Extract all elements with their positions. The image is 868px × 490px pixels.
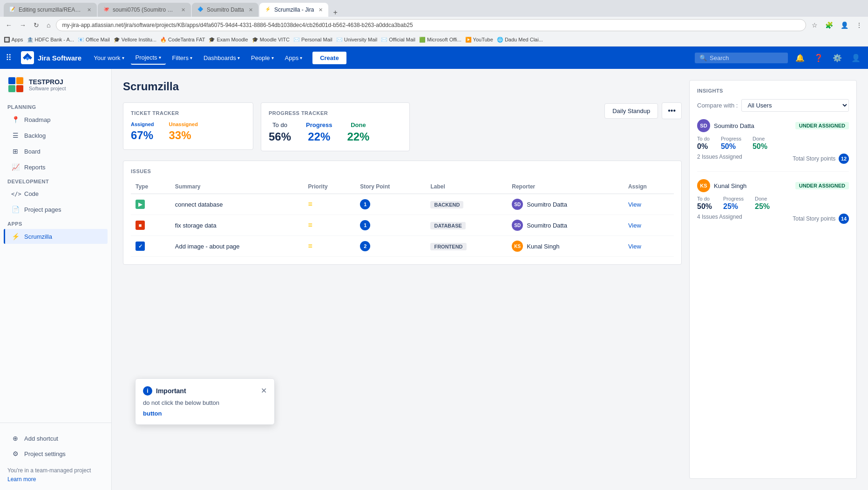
bookmark-personal-mail[interactable]: ✉️ Personal Mail	[293, 37, 332, 43]
row2-reporter: SD Soumitro Datta	[507, 215, 624, 236]
view-link-1[interactable]: View	[628, 201, 641, 208]
code-icon: </>	[11, 191, 20, 197]
bookmark-hdfc[interactable]: 🏦 HDFC Bank - A...	[27, 37, 74, 43]
sidebar-item-board[interactable]: ⊞ Board	[4, 144, 108, 159]
user-stat-progress-2: Progress 25%	[723, 196, 744, 211]
content-area: Scrumzilla TICKET TRACKER Assigned 67% U…	[112, 69, 868, 490]
settings-button[interactable]: ⚙️	[831, 52, 844, 64]
help-button[interactable]: ❓	[812, 52, 825, 64]
projects-nav[interactable]: Projects ▾	[131, 51, 166, 65]
new-tab-button[interactable]: +	[329, 8, 341, 17]
home-button[interactable]: ⌂	[45, 20, 52, 30]
top-nav-right: 🔍 Search 🔔 ❓ ⚙️ 👤	[695, 52, 862, 64]
tab-4-close[interactable]: ✕	[319, 7, 323, 13]
search-box[interactable]: 🔍 Search	[695, 53, 788, 63]
sidebar-item-add-shortcut[interactable]: ⊕ Add shortcut	[4, 431, 108, 446]
sidebar-item-project-pages[interactable]: 📄 Project pages	[4, 202, 108, 217]
bookmark-button[interactable]: ☆	[810, 20, 820, 30]
assigned-label: Assigned	[131, 121, 154, 127]
bookmark-exam-moodle[interactable]: 🎓 Exam Moodle	[209, 37, 248, 43]
table-row: ✓ Add image - about page ≡ 2	[131, 236, 674, 257]
table-row: ▶ connect database ≡ 1 BACKE	[131, 194, 674, 215]
development-label: DEVELOPMENT	[0, 175, 111, 186]
bookmark-apps[interactable]: 🔲 Apps	[4, 37, 23, 43]
view-link-2[interactable]: View	[628, 222, 641, 229]
notification-close-button[interactable]: ✕	[261, 386, 267, 395]
label-badge-1: BACKEND	[430, 201, 463, 208]
user-meta-1: 2 Issues Assigned Total Story points 12	[697, 154, 849, 164]
notification-header: i Important ✕	[143, 386, 267, 396]
sidebar-item-reports[interactable]: 📈 Reports	[4, 160, 108, 175]
under-assigned-badge-2: UNDER ASSIGNED	[795, 182, 849, 189]
filters-nav[interactable]: Filters ▾	[168, 52, 197, 64]
sidebar-item-backlog[interactable]: ☰ Backlog	[4, 128, 108, 143]
tab-3[interactable]: 🔷 Soumitro Datta ✕	[192, 3, 258, 17]
user-name-label-soumitro: Soumitro Datta	[714, 122, 754, 129]
apps-nav[interactable]: Apps ▾	[280, 52, 307, 64]
search-label: Search	[710, 54, 729, 61]
team-managed-text: You're in a team-managed project	[0, 462, 111, 476]
your-work-nav[interactable]: Your work ▾	[89, 52, 129, 64]
row3-label: FRONTEND	[426, 236, 507, 257]
user-name-soumitro: SD Soumitro Datta	[697, 119, 754, 132]
story-points-1: Total Story points 12	[793, 154, 849, 164]
col-reporter: Reporter	[507, 180, 624, 194]
profile-button[interactable]: 👤	[839, 20, 850, 30]
sidebar-item-code[interactable]: </> Code	[4, 187, 108, 201]
label-badge-3: FRONTEND	[430, 243, 466, 250]
project-settings-icon: ⚙	[11, 450, 20, 457]
reporter-cell-3: KS Kunal Singh	[512, 241, 619, 252]
more-options-button[interactable]: •••	[662, 102, 682, 119]
profile-avatar[interactable]: 👤	[849, 52, 862, 64]
sidebar-bottom: ⊕ Add shortcut ⚙ Project settings You're…	[0, 423, 111, 483]
reload-button[interactable]: ↻	[32, 20, 41, 30]
daily-standup-button[interactable]: Daily Standup	[604, 103, 658, 119]
tab-4[interactable]: ⚡ Scrumzilla - Jira ✕	[259, 3, 328, 17]
compare-select[interactable]: All Users	[741, 99, 849, 112]
user-stats-2: To do 50% Progress 25% Done 25%	[697, 196, 849, 211]
bookmark-moodle-vitc[interactable]: 🎓 Moodle VITC	[252, 37, 290, 43]
notification-action-button[interactable]: button	[143, 410, 162, 417]
us-label-progress-2: Progress	[723, 196, 744, 201]
view-link-3[interactable]: View	[628, 243, 641, 250]
forward-button[interactable]: →	[18, 20, 28, 30]
bookmark-dadu[interactable]: 🌐 Dadu Med Clai...	[497, 37, 543, 43]
sidebar-item-roadmap[interactable]: 📍 Roadmap	[4, 112, 108, 127]
notification-title-row: i Important	[143, 386, 186, 396]
dashboards-nav[interactable]: Dashboards ▾	[199, 52, 244, 64]
reporter-name-1: Soumitro Datta	[527, 201, 567, 208]
notifications-button[interactable]: 🔔	[793, 52, 807, 64]
url-bar[interactable]	[56, 19, 806, 31]
bookmark-youtube[interactable]: ▶️ YouTube	[465, 37, 493, 43]
bookmark-vellore[interactable]: 🎓 Vellore Institu...	[114, 37, 156, 43]
sidebar-item-scrumzilla[interactable]: ⚡ Scrumzilla	[4, 229, 108, 244]
grid-icon[interactable]: ⠿	[6, 53, 12, 63]
bookmark-office-mail[interactable]: 📧 Office Mail	[78, 37, 110, 43]
menu-button[interactable]: ⋮	[854, 20, 864, 30]
learn-more-link[interactable]: Learn more	[0, 476, 43, 483]
progress-stat: Progress 22%	[306, 121, 332, 143]
bookmark-codetantra[interactable]: 🔥 CodeTantra FAT	[160, 37, 205, 43]
story-point-badge-2: 1	[360, 220, 370, 230]
standup-area: Daily Standup •••	[604, 102, 682, 119]
bookmark-university-mail[interactable]: ✉️ University Mail	[336, 37, 378, 43]
back-button[interactable]: ←	[4, 20, 14, 30]
col-priority: Priority	[304, 180, 356, 194]
us-value-progress-2: 25%	[723, 202, 744, 211]
tab-3-close[interactable]: ✕	[249, 7, 253, 13]
compare-label: Compare with :	[697, 102, 738, 109]
create-button[interactable]: Create	[312, 52, 346, 64]
people-nav[interactable]: People ▾	[246, 52, 278, 64]
tab-1[interactable]: 📝 Editing scrumzilla/READ... ✕	[4, 3, 97, 17]
tab-2[interactable]: 🐙 soumi0705 (Soumitro Da... ✕	[98, 3, 191, 17]
sidebar-item-project-settings[interactable]: ⚙ Project settings	[4, 446, 108, 461]
extensions-button[interactable]: 🧩	[823, 20, 835, 30]
table-row: ■ fix storage data ≡ 1 DATAB	[131, 215, 674, 236]
bookmark-official-mail[interactable]: ✉️ Official Mail	[381, 37, 415, 43]
roadmap-icon: 📍	[11, 116, 20, 123]
row2-priority: ≡	[304, 215, 356, 236]
tab-2-close[interactable]: ✕	[181, 7, 185, 13]
bookmark-microsoft[interactable]: 🟩 Microsoft Offi...	[419, 37, 461, 43]
row3-summary: Add image - about page	[170, 236, 304, 257]
tab-1-close[interactable]: ✕	[87, 7, 91, 13]
